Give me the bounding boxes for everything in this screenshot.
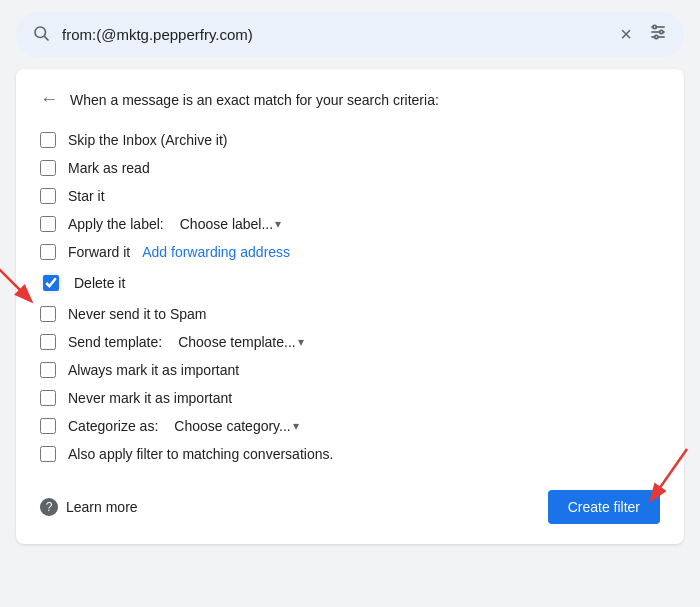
delete-it-circle (40, 272, 62, 294)
option-categorize: Categorize as: Choose category... ▾ (40, 412, 660, 440)
never-spam-label[interactable]: Never send it to Spam (68, 306, 207, 322)
option-mark-read: Mark as read (40, 154, 660, 182)
option-never-important: Never mark it as important (40, 384, 660, 412)
search-bar: from:(@mktg.pepperfry.com) × (16, 12, 684, 57)
option-always-important: Always mark it as important (40, 356, 660, 384)
always-important-checkbox[interactable] (40, 362, 56, 378)
back-row: ← When a message is an exact match for y… (40, 89, 660, 110)
category-dropdown-arrow: ▾ (293, 419, 299, 433)
option-never-spam: Never send it to Spam (40, 300, 660, 328)
never-important-checkbox[interactable] (40, 390, 56, 406)
search-icon (32, 24, 50, 46)
category-dropdown[interactable]: Choose category... ▾ (174, 418, 298, 434)
option-also-apply: Also apply filter to matching conversati… (40, 440, 660, 468)
always-important-label[interactable]: Always mark it as important (68, 362, 239, 378)
never-important-label[interactable]: Never mark it as important (68, 390, 232, 406)
search-query-text: from:(@mktg.pepperfry.com) (62, 26, 608, 43)
option-star-it: Star it (40, 182, 660, 210)
skip-inbox-checkbox[interactable] (40, 132, 56, 148)
footer-row: ? Learn more Create filter (40, 486, 660, 524)
learn-more-row: ? Learn more (40, 498, 138, 516)
delete-it-checkbox[interactable] (43, 275, 59, 291)
back-button[interactable]: ← (40, 89, 58, 110)
criteria-label: When a message is an exact match for you… (70, 92, 439, 108)
option-apply-label: Apply the label: Choose label... ▾ (40, 210, 660, 238)
template-dropdown[interactable]: Choose template... ▾ (178, 334, 304, 350)
learn-more-text[interactable]: Learn more (66, 499, 138, 515)
label-dropdown-arrow: ▾ (275, 217, 281, 231)
mark-read-label[interactable]: Mark as read (68, 160, 150, 176)
mark-read-checkbox[interactable] (40, 160, 56, 176)
create-filter-button[interactable]: Create filter (548, 490, 660, 524)
help-icon[interactable]: ? (40, 498, 58, 516)
svg-point-0 (35, 27, 46, 38)
categorize-text: Categorize as: (68, 418, 158, 434)
search-clear-button[interactable]: × (620, 23, 632, 46)
star-it-checkbox[interactable] (40, 188, 56, 204)
option-skip-inbox: Skip the Inbox (Archive it) (40, 126, 660, 154)
never-spam-checkbox[interactable] (40, 306, 56, 322)
also-apply-checkbox[interactable] (40, 446, 56, 462)
filter-panel: ← When a message is an exact match for y… (16, 69, 684, 544)
options-list: Skip the Inbox (Archive it) Mark as read… (40, 126, 660, 468)
apply-label-text: Apply the label: (68, 216, 164, 232)
send-template-checkbox[interactable] (40, 334, 56, 350)
svg-point-5 (653, 25, 656, 28)
categorize-checkbox[interactable] (40, 418, 56, 434)
forward-it-checkbox[interactable] (40, 244, 56, 260)
send-template-text: Send template: (68, 334, 162, 350)
forward-it-label: Forward it (68, 244, 130, 260)
category-dropdown-text: Choose category... (174, 418, 290, 434)
option-delete-it: Delete it (40, 266, 660, 300)
svg-line-1 (44, 36, 48, 40)
skip-inbox-label[interactable]: Skip the Inbox (Archive it) (68, 132, 228, 148)
apply-label-checkbox[interactable] (40, 216, 56, 232)
star-it-label[interactable]: Star it (68, 188, 105, 204)
red-arrow-left (0, 252, 42, 312)
search-options-icon[interactable] (648, 22, 668, 47)
option-send-template: Send template: Choose template... ▾ (40, 328, 660, 356)
template-dropdown-arrow: ▾ (298, 335, 304, 349)
add-forwarding-link[interactable]: Add forwarding address (142, 244, 290, 260)
also-apply-label[interactable]: Also apply filter to matching conversati… (68, 446, 333, 462)
template-dropdown-text: Choose template... (178, 334, 296, 350)
label-dropdown-text: Choose label... (180, 216, 273, 232)
delete-it-label[interactable]: Delete it (74, 275, 125, 291)
option-forward-it: Forward it Add forwarding address (40, 238, 660, 266)
svg-line-8 (0, 257, 30, 300)
svg-point-7 (655, 35, 658, 38)
label-dropdown[interactable]: Choose label... ▾ (180, 216, 281, 232)
svg-point-6 (660, 30, 663, 33)
